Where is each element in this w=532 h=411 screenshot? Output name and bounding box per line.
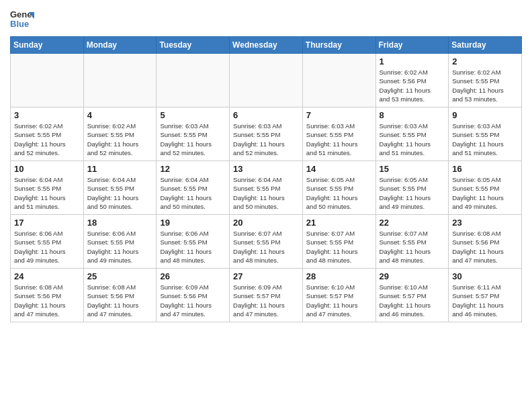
day-info: Sunrise: 6:02 AM Sunset: 5:55 PM Dayligh… (87, 122, 153, 157)
calendar-cell: 29Sunrise: 6:10 AM Sunset: 5:57 PM Dayli… (375, 269, 449, 322)
calendar-cell (302, 54, 375, 107)
calendar-cell: 3Sunrise: 6:02 AM Sunset: 5:55 PM Daylig… (11, 107, 84, 161)
calendar-cell: 11Sunrise: 6:04 AM Sunset: 5:55 PM Dayli… (83, 161, 157, 215)
day-number: 27 (233, 271, 299, 281)
day-number: 1 (380, 56, 445, 66)
day-number: 12 (160, 164, 226, 174)
day-number: 26 (160, 271, 226, 281)
day-info: Sunrise: 6:07 AM Sunset: 5:55 PM Dayligh… (306, 229, 372, 265)
day-info: Sunrise: 6:04 AM Sunset: 5:55 PM Dayligh… (160, 175, 226, 211)
day-info: Sunrise: 6:08 AM Sunset: 5:56 PM Dayligh… (452, 229, 518, 265)
day-info: Sunrise: 6:07 AM Sunset: 5:55 PM Dayligh… (380, 229, 445, 265)
day-number: 19 (160, 218, 226, 228)
weekday-header-friday: Friday (375, 37, 449, 54)
calendar-cell (11, 54, 84, 107)
day-number: 17 (14, 218, 80, 228)
day-number: 5 (160, 110, 226, 120)
calendar-cell: 9Sunrise: 6:03 AM Sunset: 5:55 PM Daylig… (449, 107, 522, 161)
day-number: 15 (380, 164, 445, 174)
day-info: Sunrise: 6:10 AM Sunset: 5:57 PM Dayligh… (306, 283, 372, 318)
day-info: Sunrise: 6:09 AM Sunset: 5:57 PM Dayligh… (233, 283, 299, 318)
day-number: 25 (87, 271, 153, 281)
calendar-cell: 12Sunrise: 6:04 AM Sunset: 5:55 PM Dayli… (157, 161, 230, 215)
day-info: Sunrise: 6:02 AM Sunset: 5:56 PM Dayligh… (380, 68, 445, 103)
day-number: 29 (380, 271, 445, 281)
day-info: Sunrise: 6:03 AM Sunset: 5:55 PM Dayligh… (452, 122, 518, 157)
calendar-cell (83, 54, 157, 107)
day-number: 14 (306, 164, 372, 174)
calendar-cell: 25Sunrise: 6:08 AM Sunset: 5:56 PM Dayli… (83, 269, 157, 322)
calendar-cell: 6Sunrise: 6:03 AM Sunset: 5:55 PM Daylig… (230, 107, 303, 161)
calendar-cell: 10Sunrise: 6:04 AM Sunset: 5:55 PM Dayli… (11, 161, 84, 215)
day-info: Sunrise: 6:03 AM Sunset: 5:55 PM Dayligh… (380, 122, 445, 157)
day-info: Sunrise: 6:05 AM Sunset: 5:55 PM Dayligh… (380, 175, 445, 211)
calendar-cell: 7Sunrise: 6:03 AM Sunset: 5:55 PM Daylig… (302, 107, 375, 161)
day-info: Sunrise: 6:04 AM Sunset: 5:55 PM Dayligh… (14, 175, 80, 211)
weekday-header-row: SundayMondayTuesdayWednesdayThursdayFrid… (11, 37, 522, 54)
day-info: Sunrise: 6:04 AM Sunset: 5:55 PM Dayligh… (87, 175, 153, 211)
day-number: 22 (380, 218, 445, 228)
calendar-cell: 26Sunrise: 6:09 AM Sunset: 5:56 PM Dayli… (157, 269, 230, 322)
day-number: 21 (306, 218, 372, 228)
day-info: Sunrise: 6:10 AM Sunset: 5:57 PM Dayligh… (380, 283, 445, 318)
calendar-cell: 5Sunrise: 6:03 AM Sunset: 5:55 PM Daylig… (157, 107, 230, 161)
calendar-cell: 30Sunrise: 6:11 AM Sunset: 5:57 PM Dayli… (449, 269, 522, 322)
weekday-header-wednesday: Wednesday (230, 37, 303, 54)
weekday-header-sunday: Sunday (11, 37, 84, 54)
calendar-cell: 16Sunrise: 6:05 AM Sunset: 5:55 PM Dayli… (449, 161, 522, 215)
day-number: 16 (452, 164, 518, 174)
page: General Blue SundayMondayTuesdayWednesda… (0, 0, 532, 411)
calendar-cell: 23Sunrise: 6:08 AM Sunset: 5:56 PM Dayli… (449, 215, 522, 269)
day-info: Sunrise: 6:03 AM Sunset: 5:55 PM Dayligh… (306, 122, 372, 157)
calendar-week-2: 3Sunrise: 6:02 AM Sunset: 5:55 PM Daylig… (11, 107, 522, 161)
day-number: 3 (14, 110, 80, 120)
calendar-cell: 28Sunrise: 6:10 AM Sunset: 5:57 PM Dayli… (302, 269, 375, 322)
day-info: Sunrise: 6:09 AM Sunset: 5:56 PM Dayligh… (160, 283, 226, 318)
calendar-cell: 20Sunrise: 6:07 AM Sunset: 5:55 PM Dayli… (230, 215, 303, 269)
calendar-cell: 1Sunrise: 6:02 AM Sunset: 5:56 PM Daylig… (375, 54, 449, 107)
calendar-cell: 2Sunrise: 6:02 AM Sunset: 5:55 PM Daylig… (449, 54, 522, 107)
day-number: 18 (87, 218, 153, 228)
calendar-cell: 15Sunrise: 6:05 AM Sunset: 5:55 PM Dayli… (375, 161, 449, 215)
day-number: 8 (380, 110, 445, 120)
calendar-cell: 22Sunrise: 6:07 AM Sunset: 5:55 PM Dayli… (375, 215, 449, 269)
calendar-cell: 19Sunrise: 6:06 AM Sunset: 5:55 PM Dayli… (157, 215, 230, 269)
svg-text:General: General (10, 9, 34, 19)
calendar-cell (157, 54, 230, 107)
day-number: 24 (14, 271, 80, 281)
day-number: 23 (452, 218, 518, 228)
weekday-header-thursday: Thursday (302, 37, 375, 54)
calendar-week-4: 17Sunrise: 6:06 AM Sunset: 5:55 PM Dayli… (11, 215, 522, 269)
logo-icon: General Blue (10, 7, 34, 31)
calendar-cell: 13Sunrise: 6:04 AM Sunset: 5:55 PM Dayli… (230, 161, 303, 215)
day-info: Sunrise: 6:04 AM Sunset: 5:55 PM Dayligh… (233, 175, 299, 211)
day-info: Sunrise: 6:05 AM Sunset: 5:55 PM Dayligh… (306, 175, 372, 211)
day-info: Sunrise: 6:06 AM Sunset: 5:55 PM Dayligh… (14, 229, 80, 265)
calendar-cell (230, 54, 303, 107)
weekday-header-saturday: Saturday (449, 37, 522, 54)
calendar-week-1: 1Sunrise: 6:02 AM Sunset: 5:56 PM Daylig… (11, 54, 522, 107)
day-info: Sunrise: 6:06 AM Sunset: 5:55 PM Dayligh… (87, 229, 153, 265)
day-info: Sunrise: 6:05 AM Sunset: 5:55 PM Dayligh… (452, 175, 518, 211)
day-number: 30 (452, 271, 518, 281)
calendar-table: SundayMondayTuesdayWednesdayThursdayFrid… (10, 36, 522, 322)
day-number: 4 (87, 110, 153, 120)
day-info: Sunrise: 6:02 AM Sunset: 5:55 PM Dayligh… (14, 122, 80, 157)
day-number: 11 (87, 164, 153, 174)
day-number: 13 (233, 164, 299, 174)
svg-text:Blue: Blue (10, 19, 29, 29)
calendar-cell: 17Sunrise: 6:06 AM Sunset: 5:55 PM Dayli… (11, 215, 84, 269)
day-number: 9 (452, 110, 518, 120)
day-number: 20 (233, 218, 299, 228)
calendar-week-5: 24Sunrise: 6:08 AM Sunset: 5:56 PM Dayli… (11, 269, 522, 322)
calendar-cell: 24Sunrise: 6:08 AM Sunset: 5:56 PM Dayli… (11, 269, 84, 322)
weekday-header-monday: Monday (83, 37, 157, 54)
day-info: Sunrise: 6:07 AM Sunset: 5:55 PM Dayligh… (233, 229, 299, 265)
logo: General Blue (10, 7, 34, 31)
day-number: 6 (233, 110, 299, 120)
day-info: Sunrise: 6:08 AM Sunset: 5:56 PM Dayligh… (87, 283, 153, 318)
calendar-cell: 4Sunrise: 6:02 AM Sunset: 5:55 PM Daylig… (83, 107, 157, 161)
day-info: Sunrise: 6:03 AM Sunset: 5:55 PM Dayligh… (160, 122, 226, 157)
day-info: Sunrise: 6:08 AM Sunset: 5:56 PM Dayligh… (14, 283, 80, 318)
calendar-cell: 14Sunrise: 6:05 AM Sunset: 5:55 PM Dayli… (302, 161, 375, 215)
